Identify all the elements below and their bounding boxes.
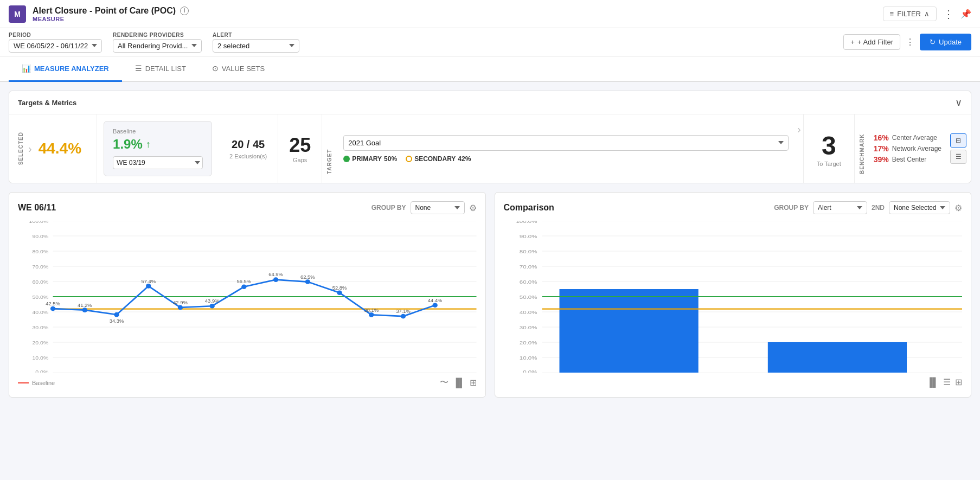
svg-text:100.0%: 100.0% bbox=[516, 221, 537, 224]
tabs-bar: 📊 MEASURE ANALYZER ☰ DETAIL LIST ⊙ VALUE… bbox=[0, 56, 980, 82]
bench-center-pct: 16% bbox=[874, 133, 889, 142]
alert-select[interactable]: 2 selected bbox=[213, 39, 299, 53]
filter-bar: PERIOD WE 06/05/22 - 06/11/22 RENDERING … bbox=[0, 28, 980, 56]
alert-label: ALERT bbox=[213, 32, 299, 38]
svg-point-31 bbox=[273, 277, 278, 282]
chevron-up-icon: ∧ bbox=[924, 10, 930, 18]
svg-point-29 bbox=[209, 304, 214, 309]
charts-row: WE 06/11 GROUP BY None ⚙ bbox=[9, 192, 971, 398]
line-chart-title: WE 06/11 bbox=[18, 203, 56, 213]
bench-best-row: 39% Best Center bbox=[874, 155, 941, 164]
main-content: Targets & Metrics ∨ SELECTED › 44.4% Bas… bbox=[0, 82, 980, 406]
tab-value-sets[interactable]: ⊙ VALUE SETS bbox=[199, 56, 278, 82]
chevron-left-icon[interactable]: › bbox=[28, 143, 32, 155]
fraction-block: 20 / 45 2 Exclusion(s) bbox=[219, 114, 278, 183]
gaps-value: 25 bbox=[289, 134, 311, 157]
svg-point-24 bbox=[50, 306, 55, 311]
svg-text:60.0%: 60.0% bbox=[32, 279, 48, 285]
line-chart-svg: 100.0% 90.0% 80.0% 70.0% 60.0% 50.0% 40.… bbox=[18, 221, 477, 373]
svg-text:90.0%: 90.0% bbox=[519, 233, 537, 239]
table-view-button[interactable]: ⊞ bbox=[470, 377, 477, 388]
providers-filter-group: RENDERING PROVIDERS All Rendering Provid… bbox=[113, 32, 202, 53]
bench-network-pct: 17% bbox=[874, 144, 889, 153]
svg-text:90.0%: 90.0% bbox=[32, 234, 48, 240]
svg-text:40.0%: 40.0% bbox=[32, 310, 48, 316]
tab-detail-list[interactable]: ☰ DETAIL LIST bbox=[122, 56, 199, 82]
svg-point-28 bbox=[178, 305, 183, 310]
filter-funnel-button[interactable]: ⋮ bbox=[906, 37, 914, 47]
refresh-icon: ↻ bbox=[930, 38, 936, 46]
svg-text:56.5%: 56.5% bbox=[237, 279, 252, 285]
svg-text:80.0%: 80.0% bbox=[32, 249, 48, 255]
bar-2[interactable] bbox=[767, 342, 906, 373]
filter-right: + + Add Filter ⋮ ↻ Update bbox=[843, 34, 971, 50]
info-icon[interactable]: i bbox=[180, 7, 189, 15]
tab-measure-analyzer[interactable]: 📊 MEASURE ANALYZER bbox=[9, 56, 122, 82]
comparison-chart-svg: 100.0% 90.0% 80.0% 70.0% 60.0% 50.0% 40.… bbox=[504, 221, 963, 373]
value-sets-icon: ⊙ bbox=[212, 64, 219, 73]
svg-text:64.9%: 64.9% bbox=[268, 272, 283, 278]
comparison-bar-view-button[interactable]: ▐▌ bbox=[926, 377, 939, 387]
fraction-value: 20 / 45 bbox=[232, 138, 265, 151]
collapse-metrics-button[interactable]: ∨ bbox=[955, 97, 962, 108]
svg-text:50.0%: 50.0% bbox=[519, 294, 537, 300]
goal-indicators: PRIMARY 50% SECONDARY 42% bbox=[343, 155, 789, 163]
line-view-button[interactable]: 〜 bbox=[440, 377, 449, 388]
gaps-block: 25 Gaps bbox=[278, 114, 322, 183]
baseline-legend: Baseline bbox=[18, 380, 55, 386]
filter-button[interactable]: ≡ FILTER ∧ bbox=[883, 7, 937, 21]
gaps-label: Gaps bbox=[293, 157, 307, 163]
line-chart-footer: Baseline 〜 ▐▌ ⊞ bbox=[18, 377, 477, 388]
providers-label: RENDERING PROVIDERS bbox=[113, 32, 202, 38]
svg-point-30 bbox=[241, 284, 246, 289]
svg-text:37.1%: 37.1% bbox=[396, 309, 411, 315]
bar-1[interactable] bbox=[559, 289, 698, 373]
svg-text:62.5%: 62.5% bbox=[300, 274, 315, 280]
providers-select[interactable]: All Rendering Provid... bbox=[113, 39, 202, 53]
baseline-period-select[interactable]: WE 03/19 bbox=[113, 156, 203, 169]
bench-best-pct: 39% bbox=[874, 155, 889, 164]
more-options-button[interactable]: ⋮ bbox=[943, 8, 954, 21]
svg-point-36 bbox=[432, 303, 437, 308]
group-by-select[interactable]: None bbox=[411, 201, 465, 214]
to-target-block: 3 To Target bbox=[804, 114, 855, 183]
svg-text:38.1%: 38.1% bbox=[364, 308, 379, 313]
line-chart-settings-button[interactable]: ⚙ bbox=[469, 203, 477, 213]
second-label: 2ND bbox=[872, 204, 885, 212]
comparison-chart-panel: Comparison GROUP BY Alert 2ND None Selec… bbox=[495, 192, 972, 398]
group-by-label: GROUP BY bbox=[371, 204, 406, 212]
update-button[interactable]: ↻ Update bbox=[920, 34, 971, 50]
comparison-second-select[interactable]: None Selected bbox=[889, 201, 950, 214]
primary-indicator: PRIMARY 50% bbox=[343, 155, 397, 163]
exclusions-label: 2 Exclusion(s) bbox=[229, 153, 267, 159]
benchmark-label: BENCHMARK bbox=[855, 114, 869, 183]
chevron-right-icon[interactable]: › bbox=[795, 114, 803, 183]
svg-text:20.0%: 20.0% bbox=[32, 340, 48, 346]
to-target-number: 3 bbox=[822, 131, 836, 161]
page-title: Alert Closure - Point of Care (POC) i bbox=[33, 6, 883, 16]
comparison-table-view-button[interactable]: ⊞ bbox=[955, 377, 962, 387]
svg-text:57.4%: 57.4% bbox=[141, 279, 156, 285]
primary-label: PRIMARY bbox=[352, 155, 382, 163]
comparison-group-by-label: GROUP BY bbox=[774, 204, 809, 212]
layout-split-button[interactable]: ⊟ bbox=[950, 133, 966, 148]
selected-label: SELECTED bbox=[18, 132, 24, 165]
goal-select[interactable]: 2021 Goal bbox=[343, 135, 789, 151]
svg-text:44.4%: 44.4% bbox=[428, 298, 443, 303]
comparison-chart-settings-button[interactable]: ⚙ bbox=[955, 203, 962, 213]
comparison-group-by-select[interactable]: Alert bbox=[813, 201, 867, 214]
bar-view-button[interactable]: ▐▌ bbox=[453, 377, 465, 388]
metrics-body: SELECTED › 44.4% Baseline 1.9% ↑ WE 03/1… bbox=[9, 114, 971, 183]
svg-text:52.8%: 52.8% bbox=[332, 285, 347, 291]
line-chart-header: WE 06/11 GROUP BY None ⚙ bbox=[18, 201, 477, 214]
svg-text:42.5%: 42.5% bbox=[46, 302, 60, 307]
baseline-line-icon bbox=[18, 382, 29, 383]
period-select[interactable]: WE 06/05/22 - 06/11/22 bbox=[9, 39, 102, 53]
header-subtitle: MEASURE bbox=[33, 16, 883, 22]
layout-stacked-button[interactable]: ☰ bbox=[950, 150, 966, 164]
pin-button[interactable]: 📌 bbox=[960, 9, 971, 19]
add-filter-button[interactable]: + + Add Filter bbox=[843, 34, 900, 50]
comparison-list-view-button[interactable]: ☰ bbox=[943, 377, 951, 387]
line-chart-controls: GROUP BY None ⚙ bbox=[371, 201, 477, 214]
bench-center-row: 16% Center Average bbox=[874, 133, 941, 142]
